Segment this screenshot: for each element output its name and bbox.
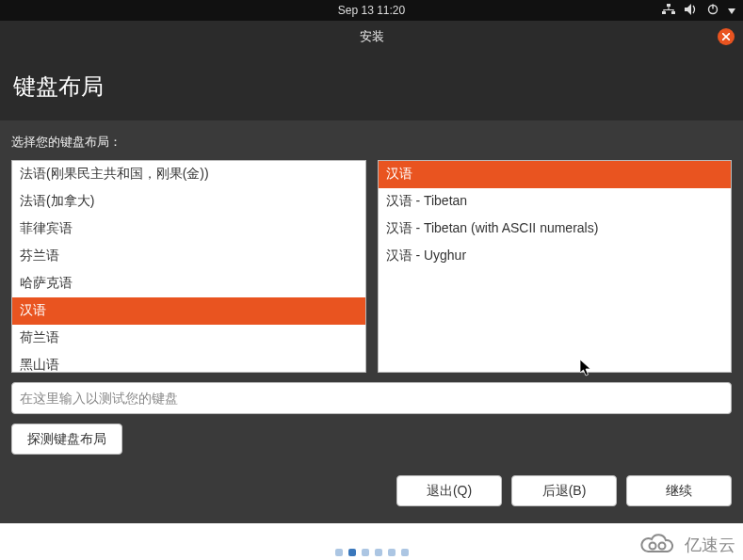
svg-rect-6 xyxy=(673,9,674,11)
list-item[interactable]: 芬兰语 xyxy=(12,243,365,270)
layout-lists: 法语(刚果民主共和国，刚果(金))法语(加拿大)菲律宾语芬兰语哈萨克语汉语荷兰语… xyxy=(11,160,732,373)
watermark: 亿速云 xyxy=(638,534,735,556)
close-icon xyxy=(722,33,730,40)
svg-rect-1 xyxy=(662,11,666,14)
prompt-label: 选择您的键盘布局： xyxy=(11,134,732,151)
svg-rect-0 xyxy=(667,4,670,7)
system-tray xyxy=(662,4,735,18)
progress-dot xyxy=(388,549,396,556)
list-item[interactable]: 荷兰语 xyxy=(12,325,365,352)
svg-rect-2 xyxy=(671,11,675,14)
window-close-button[interactable] xyxy=(718,28,735,45)
back-button[interactable]: 后退(B) xyxy=(511,475,617,506)
language-list[interactable]: 法语(刚果民主共和国，刚果(金))法语(加拿大)菲律宾语芬兰语哈萨克语汉语荷兰语… xyxy=(11,160,366,373)
progress-dot xyxy=(348,549,356,556)
progress-dots xyxy=(335,549,409,556)
window-title: 安装 xyxy=(360,28,384,45)
list-item[interactable]: 汉语 xyxy=(379,161,732,188)
svg-marker-7 xyxy=(685,4,691,15)
watermark-text: 亿速云 xyxy=(685,534,735,556)
progress-dot xyxy=(362,549,369,556)
svg-rect-5 xyxy=(664,9,665,11)
keyboard-test-input[interactable] xyxy=(11,382,732,414)
cloud-icon xyxy=(638,534,677,556)
clock: Sep 13 11:20 xyxy=(338,4,405,17)
network-icon[interactable] xyxy=(662,4,675,18)
list-item[interactable]: 黑山语 xyxy=(12,352,365,373)
progress-dot xyxy=(335,549,343,556)
svg-rect-9 xyxy=(712,4,713,8)
list-item[interactable]: 汉语 xyxy=(12,297,365,325)
list-item[interactable]: 汉语 - Tibetan xyxy=(379,188,732,216)
chevron-down-icon[interactable] xyxy=(728,4,735,17)
system-top-bar: Sep 13 11:20 xyxy=(0,0,743,21)
svg-rect-4 xyxy=(664,9,674,10)
list-item[interactable]: 法语(刚果民主共和国，刚果(金)) xyxy=(12,161,365,188)
list-item[interactable]: 法语(加拿大) xyxy=(12,188,365,216)
list-item[interactable]: 汉语 - Tibetan (with ASCII numerals) xyxy=(379,216,732,243)
detect-layout-button[interactable]: 探测键盘布局 xyxy=(11,424,122,455)
svg-point-13 xyxy=(650,543,656,550)
svg-point-14 xyxy=(659,543,666,550)
page-title: 键盘布局 xyxy=(0,53,743,120)
continue-button[interactable]: 继续 xyxy=(626,475,732,506)
svg-marker-10 xyxy=(728,8,735,14)
window-titlebar: 安装 xyxy=(0,21,743,53)
power-icon[interactable] xyxy=(707,4,719,18)
main-content: 选择您的键盘布局： 法语(刚果民主共和国，刚果(金))法语(加拿大)菲律宾语芬兰… xyxy=(0,120,743,466)
svg-rect-3 xyxy=(669,7,670,9)
progress-dot xyxy=(401,549,409,556)
volume-icon[interactable] xyxy=(685,4,698,18)
quit-button[interactable]: 退出(Q) xyxy=(396,475,502,506)
list-item[interactable]: 菲律宾语 xyxy=(12,216,365,243)
progress-dot xyxy=(375,549,382,556)
wizard-nav: 退出(Q) 后退(B) 继续 xyxy=(0,466,743,506)
installer-window: 键盘布局 选择您的键盘布局： 法语(刚果民主共和国，刚果(金))法语(加拿大)菲… xyxy=(0,53,743,523)
list-item[interactable]: 汉语 - Uyghur xyxy=(379,243,732,270)
list-item[interactable]: 哈萨克语 xyxy=(12,270,365,297)
variant-list[interactable]: 汉语汉语 - Tibetan汉语 - Tibetan (with ASCII n… xyxy=(378,160,733,373)
